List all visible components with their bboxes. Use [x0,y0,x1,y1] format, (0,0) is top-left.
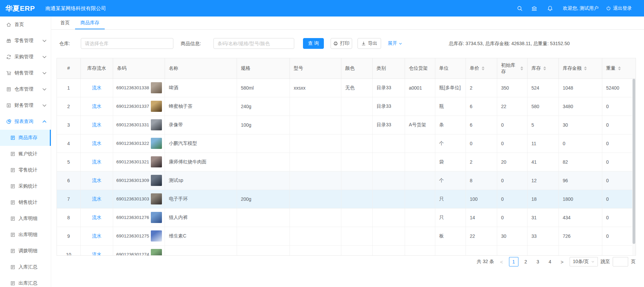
sidebar-item-purchase-mgmt[interactable]: 采购管理 [0,49,51,65]
tab-product-stock[interactable]: 商品库存 [75,17,105,29]
stock-flow-link[interactable]: 流水 [92,233,101,238]
bank-icon[interactable] [531,5,537,11]
query-button[interactable]: 查 询 [303,38,324,49]
cell-weight [602,245,636,256]
sidebar-item-sales-stats[interactable]: 销售统计 [0,194,51,211]
sidebar-item-retail-stats[interactable]: 零售统计 [0,162,51,178]
jump-to-input[interactable] [613,257,628,266]
sort-icon[interactable] [520,66,523,70]
col-header-price[interactable]: 单价 [466,58,497,78]
sidebar-item-purchase-stats[interactable]: 采购统计 [0,178,51,194]
sidebar-item-report-query[interactable]: 报表查询 [0,114,51,130]
sidebar-item-home[interactable]: 首页 [0,17,51,33]
search-icon[interactable] [517,5,523,11]
cell-amount: 82 [558,153,602,171]
cell-shelf [405,171,435,190]
col-header-name: 名称 [165,58,237,78]
scrollbar-thumb[interactable] [633,79,635,244]
logout-button[interactable]: 退出登录 [606,0,632,17]
sidebar-item-outbound-detail[interactable]: 出库明细 [0,227,51,243]
col-header-amount[interactable]: 库存金额 [558,58,602,78]
sidebar-item-sales-mgmt[interactable]: 销售管理 [0,65,51,81]
sidebar-item-retail-mgmt[interactable]: 零售管理 [0,33,51,49]
sidebar-item-product-stock[interactable]: 商品库存 [0,130,51,146]
cell-stock: 18 [527,190,558,208]
table-scrollbar[interactable] [632,79,636,255]
col-header-init[interactable]: 初始库存 [497,58,527,78]
stock-flow-link[interactable]: 流水 [92,140,101,146]
stock-flow-link[interactable]: 流水 [92,122,101,127]
cell-unit: 只 [435,190,466,208]
page-4[interactable]: 4 [545,257,555,266]
cell-amount: 1800 [558,190,602,208]
expand-toggle[interactable]: 展开 [388,38,402,49]
barcode-value: 6901236301276 [116,215,149,220]
page-size-select[interactable]: 10条/页 [570,257,598,266]
export-button[interactable]: 导出 [358,38,381,49]
stock-flow-link[interactable]: 流水 [92,252,101,256]
bell-icon[interactable] [547,5,553,11]
sidebar-item-label: 首页 [14,22,24,28]
sort-icon[interactable] [482,66,484,70]
stock-flow-link[interactable]: 流水 [92,178,101,183]
sidebar-item-inbound-detail[interactable]: 入库明细 [0,211,51,227]
cell-price: 2 [466,78,497,97]
sidebar-item-account-stats[interactable]: 账户统计 [0,146,51,162]
product-image [151,82,162,93]
stock-flow-link[interactable]: 流水 [92,85,101,90]
cell-unit: 只 [435,208,466,227]
cell-price: 8 [466,171,497,190]
cell-barcode: 6901236301276 [113,208,165,227]
sidebar-item-transfer-detail[interactable]: 调拨明细 [0,243,51,259]
table-row: 4流水6901236301322小鹏汽车模型个001100 [57,134,636,153]
cell-model [290,171,341,190]
sidebar-item-warehouse-mgmt[interactable]: 仓库管理 [0,81,51,97]
stock-flow-link[interactable]: 流水 [92,159,101,164]
cell-price: 6 [466,97,497,116]
cell-spec [237,153,290,171]
cell-spec [237,245,290,256]
cell-price [466,245,497,256]
print-button[interactable]: 打印 [331,38,352,49]
sort-icon[interactable] [584,66,587,70]
cell-flow: 流水 [80,227,113,245]
cell-init: 0 [497,190,527,208]
cell-num: 8 [57,208,80,227]
product-image [151,119,162,130]
sidebar-item-label: 零售管理 [14,38,33,44]
cell-amount: 726 [558,227,602,245]
col-header-weight[interactable]: 重量 [602,58,636,78]
stock-flow-link[interactable]: 流水 [92,196,101,201]
cell-amount: 1048 [558,78,602,97]
next-page-button[interactable]: > [557,257,567,266]
cell-unit: 条 [435,116,466,134]
page-1[interactable]: 1 [509,257,518,266]
cell-flow: 流水 [80,116,113,134]
sidebar-item-outbound-summary[interactable]: 出库汇总 [0,275,51,287]
product-info-input[interactable] [213,38,294,49]
cell-model [290,116,341,134]
top-header-bar: 华夏ERP 南通某某网络科技有限公司 欢迎您, 测试用户 退出登录 [0,0,644,17]
cell-flow: 流水 [80,134,113,153]
sidebar-item-finance-mgmt[interactable]: 财务管理 [0,97,51,114]
cell-num: 2 [57,97,80,116]
stock-flow-link[interactable]: 流水 [92,103,101,109]
cell-spec [237,208,290,227]
product-image [151,249,162,256]
sidebar-item-inbound-summary[interactable]: 入库汇总 [0,259,51,275]
col-header-stock[interactable]: 库存 [527,58,558,78]
cell-category [372,208,405,227]
col-header-num: # [57,58,80,78]
warehouse-icon [6,87,11,92]
page-2[interactable]: 2 [521,257,531,266]
cell-weight: 0 [602,97,636,116]
chevron-down-icon [42,54,47,60]
sort-icon[interactable] [618,66,621,70]
prev-page-button[interactable]: < [497,257,506,266]
warehouse-select-input[interactable] [81,38,173,49]
col-header-category: 类别 [372,58,405,78]
sort-icon[interactable] [543,66,546,70]
tab-home[interactable]: 首页 [55,17,75,29]
stock-flow-link[interactable]: 流水 [92,215,101,220]
page-3[interactable]: 3 [533,257,543,266]
